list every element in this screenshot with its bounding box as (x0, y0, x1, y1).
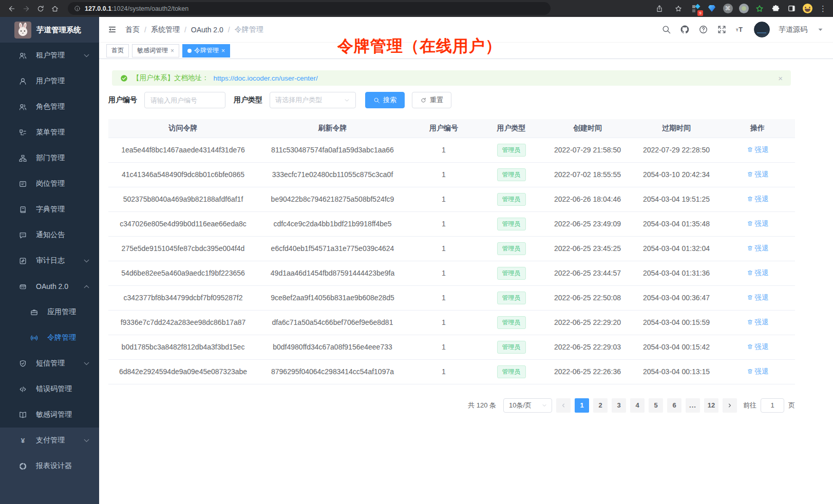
breadcrumb-item[interactable]: 系统管理 (151, 25, 180, 34)
force-logout-link[interactable]: 强退 (747, 170, 769, 179)
force-logout-link[interactable]: 强退 (747, 145, 769, 154)
user-avatar[interactable] (754, 22, 770, 37)
alert-close-icon[interactable]: × (778, 74, 783, 83)
sidebar-item-sensitive-word[interactable]: 敏感词管理 (0, 402, 99, 428)
pagination-page-1[interactable]: 1 (575, 398, 589, 413)
cell-user-id: 1 (407, 138, 480, 162)
user-type-badge: 管理员 (497, 168, 526, 181)
sidebar-item-oauth2-application[interactable]: 应用管理 (0, 299, 99, 325)
pagination-page-2[interactable]: 2 (593, 398, 608, 413)
sidebar-item-post[interactable]: 岗位管理 (0, 171, 99, 197)
force-logout-link[interactable]: 强退 (747, 244, 769, 253)
force-logout-link[interactable]: 强退 (747, 342, 769, 352)
sidebar-item-dict[interactable]: 字典管理 (0, 197, 99, 222)
sidebar-item-dept[interactable]: 部门管理 (0, 145, 99, 171)
extensions-puzzle-button[interactable] (770, 4, 781, 14)
reset-button[interactable]: 重置 (412, 92, 451, 108)
force-logout-link[interactable]: 强退 (747, 367, 769, 376)
font-size-button[interactable] (735, 25, 745, 34)
extension-command-button[interactable]: ⌘ (723, 4, 733, 14)
force-logout-link[interactable]: 强退 (747, 318, 769, 327)
trash-icon (747, 220, 753, 227)
sidebar-item-error-code[interactable]: 错误码管理 (0, 376, 99, 402)
pagination-page-4[interactable]: 4 (630, 398, 645, 413)
green-star-icon (755, 4, 764, 13)
pagination-prev-button[interactable] (556, 398, 571, 413)
close-icon[interactable]: × (221, 47, 225, 54)
close-icon[interactable]: × (171, 47, 174, 54)
cell-created-time: 2022-06-26 18:04:46 (542, 187, 633, 211)
breadcrumb-separator: / (228, 26, 230, 34)
sidebar-item-report-designer[interactable]: 报表设计器 (0, 453, 99, 479)
search-button[interactable]: 搜索 (365, 92, 405, 108)
address-bar[interactable]: 127.0.0.1:1024/system/oauth2/token (68, 2, 551, 15)
extension-gem-button[interactable] (707, 4, 717, 14)
sidebar-item-sms[interactable]: 短信管理 (0, 351, 99, 376)
fullscreen-icon (717, 25, 727, 34)
force-logout-link[interactable]: 强退 (747, 268, 769, 278)
extension-grid-button[interactable]: 9 (691, 4, 701, 14)
sidebar-item-pay[interactable]: 支付管理 (0, 428, 99, 453)
user-type-select[interactable]: 请选择用户类型 (270, 92, 356, 108)
browser-reload-button[interactable] (34, 2, 47, 15)
sidebar-item-menu[interactable]: 菜单管理 (0, 120, 99, 145)
sidebar-item-tenant[interactable]: 租户管理 (0, 43, 99, 68)
tab-sensitive-word[interactable]: 敏感词管理× (132, 44, 179, 57)
help-button[interactable] (698, 25, 708, 34)
browser-forward-button[interactable] (20, 2, 33, 15)
breadcrumb-item[interactable]: 首页 (125, 25, 140, 34)
sidebar-item-oauth2[interactable]: OAuth 2.0 (0, 274, 99, 299)
user-caret-down-icon[interactable] (816, 25, 825, 34)
sidebar-item-notice[interactable]: 通知公告 (0, 222, 99, 248)
share-button[interactable] (653, 2, 666, 15)
browser-back-button[interactable] (5, 2, 18, 15)
table-row: 275e5de9151045fe87cbdc395e004f4de6cfd40e… (108, 236, 795, 261)
fullscreen-button[interactable] (717, 25, 727, 34)
chevron-down-icon (82, 51, 91, 60)
bookmark-button[interactable] (672, 2, 685, 15)
sidebar-item-user[interactable]: 用户管理 (0, 68, 99, 94)
pagination-page-12[interactable]: 12 (704, 398, 718, 413)
tab-home[interactable]: 首页 (106, 44, 129, 57)
pagination-page-3[interactable]: 3 (612, 398, 626, 413)
trash-icon (747, 269, 753, 276)
browser-menu-button[interactable]: ⋮ (818, 4, 828, 13)
site-info-icon[interactable] (74, 5, 81, 12)
pagination-next-button[interactable] (723, 398, 737, 413)
github-link[interactable] (680, 25, 690, 34)
cell-actions: 强退 (720, 335, 795, 359)
force-logout-link[interactable]: 强退 (747, 195, 769, 204)
extension-record-button[interactable] (739, 4, 749, 14)
user-id-input[interactable] (144, 92, 225, 108)
page-size-select[interactable]: 10条/页 (503, 398, 552, 413)
pagination-ellipsis[interactable]: ... (686, 398, 700, 413)
user-type-badge: 管理员 (497, 316, 526, 329)
message-icon (18, 231, 27, 240)
side-panel-button[interactable] (786, 4, 797, 14)
trash-icon (747, 245, 753, 251)
cell-refresh-token: b0df4980ffd34c67a08f9156e4eee733 (258, 335, 407, 359)
arrow-right-icon (22, 5, 30, 13)
sidebar-item-role[interactable]: 角色管理 (0, 94, 99, 120)
tab-token[interactable]: 令牌管理× (182, 44, 230, 57)
browser-home-button[interactable] (48, 2, 62, 15)
sidebar-collapse-button[interactable] (107, 25, 117, 34)
profile-avatar-button[interactable] (802, 4, 812, 14)
header-search-button[interactable] (661, 25, 671, 34)
goto-page-input[interactable] (761, 398, 784, 413)
force-logout-link[interactable]: 强退 (747, 293, 769, 302)
pagination-page-5[interactable]: 5 (649, 398, 663, 413)
user-name[interactable]: 芋道源码 (779, 25, 807, 34)
github-icon (680, 25, 690, 34)
cell-access-token: 54d6be82ee5a460a9aedc1f9bf223656 (108, 261, 258, 285)
token-table-body: 1ea5e44f8bc1467aaede43144f31de76811c5304… (108, 138, 795, 384)
app-logo[interactable]: 芋道管理系统 (0, 17, 99, 43)
force-logout-link[interactable]: 强退 (747, 219, 769, 228)
breadcrumb-item[interactable]: OAuth 2.0 (191, 26, 223, 34)
cell-user-type: 管理员 (480, 310, 542, 335)
doc-link[interactable]: https://doc.iocoder.cn/user-center/ (214, 74, 318, 82)
sidebar-item-audit-log[interactable]: 审计日志 (0, 248, 99, 274)
sidebar-item-oauth2-token[interactable]: 令牌管理 (0, 325, 99, 351)
extension-star-button[interactable] (754, 4, 765, 14)
pagination-page-6[interactable]: 6 (667, 398, 681, 413)
